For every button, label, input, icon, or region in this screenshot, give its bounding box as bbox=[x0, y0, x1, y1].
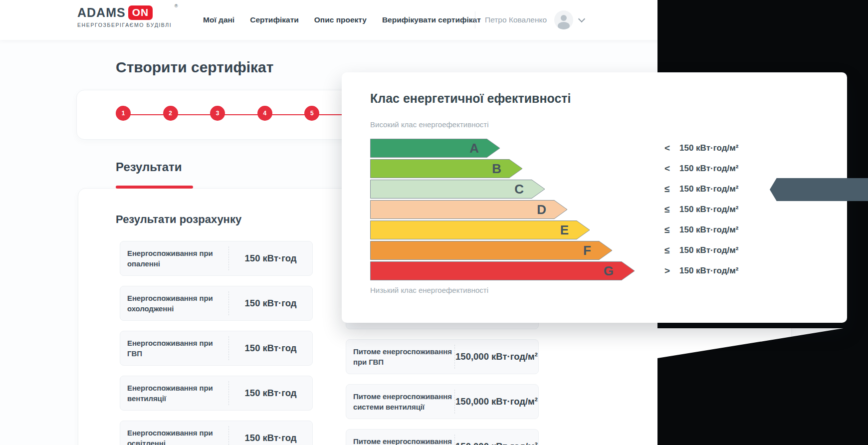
energy-class-bar-G bbox=[371, 262, 635, 280]
class-pointer-arrow bbox=[770, 178, 868, 201]
threshold-row-A: <150 кВт·год/м² bbox=[664, 139, 738, 158]
tab-active-underline bbox=[116, 186, 193, 189]
row-value: 150 кВт·год bbox=[229, 298, 312, 309]
chevron-down-icon[interactable] bbox=[578, 15, 585, 22]
row-value: 150 кВт·год bbox=[229, 343, 312, 354]
energy-class-letter-C: C bbox=[514, 182, 524, 197]
user-menu[interactable]: Петро Коваленко bbox=[475, 0, 584, 40]
row-value: 150 кВт·год bbox=[229, 388, 312, 399]
low-efficiency-label: Низький клас енергоефективності bbox=[370, 286, 488, 294]
table-row: Енергоспоживання при освітленні150 кВт·г… bbox=[120, 421, 313, 445]
table-row: Енергоспоживання при охолодженні150 кВт·… bbox=[120, 286, 313, 321]
nav-item-project-description[interactable]: Опис проекту bbox=[314, 15, 367, 24]
row-label: Питоме енергоспоживання при ГВП bbox=[346, 346, 454, 367]
table-row: Енергоспоживання при опаленні150 кВт·год bbox=[120, 241, 313, 276]
energy-class-letter-A: A bbox=[469, 141, 479, 156]
nav-item-certificates[interactable]: Сертифікати bbox=[250, 15, 299, 24]
comparator-symbol: ≤ bbox=[664, 184, 679, 195]
stepper-step-2[interactable]: 2 bbox=[163, 106, 178, 121]
stepper-connector-line bbox=[123, 114, 363, 115]
row-label: Енергоспоживання при опаленні bbox=[120, 248, 228, 269]
threshold-value: 150 кВт·год/м² bbox=[679, 143, 738, 153]
comparator-symbol: < bbox=[664, 143, 679, 154]
results-table-left: Енергоспоживання при опаленні150 кВт·год… bbox=[120, 241, 313, 445]
avatar[interactable] bbox=[554, 10, 573, 29]
stepper-step-5[interactable]: 5 bbox=[304, 106, 319, 121]
row-value: 150,000 кВт·год/м² bbox=[455, 396, 538, 407]
row-value: 150 кВт·год bbox=[229, 433, 312, 444]
app-canvas: ADAMS ON ® ЕНЕРГОЗБЕРІГАЄМО БУДІВЛІ Мої … bbox=[0, 0, 868, 445]
threshold-row-D: ≤150 кВт·год/м² bbox=[664, 200, 738, 219]
brand-primary: ADAMS bbox=[77, 5, 126, 20]
threshold-value: 150 кВт·год/м² bbox=[679, 245, 738, 255]
high-efficiency-label: Високий клас енергоефективності bbox=[370, 120, 488, 129]
threshold-row-C: ≤150 кВт·год/м² bbox=[664, 180, 738, 199]
row-value: 150 кВт·год bbox=[229, 253, 312, 264]
threshold-row-G: >150 кВт·год/м² bbox=[664, 261, 738, 280]
main-nav: Мої дані Сертифікати Опис проекту Верифі… bbox=[203, 0, 481, 40]
energy-class-bar-F bbox=[371, 241, 613, 260]
comparator-symbol: ≤ bbox=[664, 204, 679, 215]
row-label: Енергоспоживання при вентиляції bbox=[120, 383, 228, 404]
brand-secondary-badge: ON bbox=[128, 5, 153, 20]
person-icon bbox=[561, 15, 567, 21]
energy-class-letter-B: B bbox=[492, 161, 501, 176]
row-label: Енергоспоживання при охолодженні bbox=[120, 293, 228, 314]
threshold-row-B: <150 кВт·год/м² bbox=[664, 159, 738, 178]
threshold-row-E: ≤150 кВт·год/м² bbox=[664, 221, 738, 239]
threshold-value: 150 кВт·год/м² bbox=[679, 184, 738, 194]
table-row: Енергоспоживання при ГВП150 кВт·год bbox=[120, 331, 313, 366]
energy-class-bar-E bbox=[371, 221, 590, 239]
table-row: Питоме енергоспоживання при освітленні15… bbox=[346, 429, 539, 445]
modal-title: Клас енергетичної ефективності bbox=[370, 91, 571, 106]
comparator-symbol: ≤ bbox=[664, 224, 679, 235]
threshold-value: 150 кВт·год/м² bbox=[679, 164, 738, 174]
comparator-symbol: < bbox=[664, 163, 679, 174]
page-title: Створити сертифікат bbox=[116, 59, 273, 76]
energy-class-chart: ABCDEFG bbox=[370, 139, 642, 281]
row-label: Енергоспоживання при ГВП bbox=[120, 338, 228, 359]
comparator-symbol: ≤ bbox=[664, 245, 679, 256]
brand-tagline: ЕНЕРГОЗБЕРІГАЄМО БУДІВЛІ bbox=[77, 22, 172, 28]
table-row: Питоме енергоспоживання системи вентиляц… bbox=[346, 384, 539, 419]
row-value: 150,000 кВт·год/м² bbox=[455, 441, 538, 445]
energy-class-bar-A bbox=[371, 139, 500, 158]
nav-item-my-data[interactable]: Мої дані bbox=[203, 15, 234, 24]
threshold-value: 150 кВт·год/м² bbox=[679, 225, 738, 235]
threshold-value: 150 кВт·год/м² bbox=[679, 266, 738, 276]
table-row: Питоме енергоспоживання при ГВП150,000 к… bbox=[346, 339, 539, 374]
energy-class-letter-D: D bbox=[537, 202, 546, 217]
table-row: Енергоспоживання при вентиляції150 кВт·г… bbox=[120, 376, 313, 411]
energy-class-letter-G: G bbox=[604, 263, 614, 278]
threshold-value: 150 кВт·год/м² bbox=[679, 205, 738, 215]
energy-class-modal: Клас енергетичної ефективності Високий к… bbox=[342, 72, 847, 323]
user-name: Петро Коваленко bbox=[485, 15, 547, 24]
results-section-title: Результати розрахунку bbox=[116, 213, 241, 226]
stepper-step-4[interactable]: 4 bbox=[257, 106, 272, 121]
stepper-step-3[interactable]: 3 bbox=[210, 106, 225, 121]
person-icon bbox=[558, 22, 570, 29]
registered-mark: ® bbox=[175, 3, 178, 8]
row-label: Енергоспоживання при освітленні bbox=[120, 428, 228, 445]
header-divider bbox=[475, 11, 475, 28]
brand-logo[interactable]: ADAMS ON ® ЕНЕРГОЗБЕРІГАЄМО БУДІВЛІ bbox=[77, 5, 172, 28]
comparator-symbol: > bbox=[664, 265, 679, 276]
row-value: 150,000 кВт·год/м² bbox=[455, 351, 538, 362]
tab-results[interactable]: Результати bbox=[116, 160, 182, 174]
energy-class-letter-E: E bbox=[560, 222, 569, 237]
stepper-step-1[interactable]: 1 bbox=[116, 106, 131, 121]
energy-class-letter-F: F bbox=[583, 243, 591, 258]
row-label: Питоме енергоспоживання при освітленні bbox=[346, 436, 454, 445]
threshold-row-F: ≤150 кВт·год/м² bbox=[664, 241, 738, 260]
nav-item-verify-certificate[interactable]: Верифікувати сертифікат bbox=[382, 15, 481, 24]
row-label: Питоме енергоспоживання системи вентиляц… bbox=[346, 391, 454, 412]
